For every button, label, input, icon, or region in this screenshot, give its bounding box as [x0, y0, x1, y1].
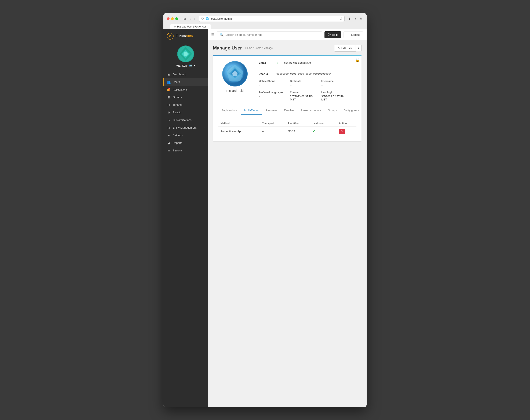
menu-icon[interactable]: ☰	[211, 33, 214, 37]
sidebar-item-label: Groups	[173, 96, 182, 99]
logout-icon: →	[347, 33, 350, 36]
logo-icon: ⊙	[167, 33, 174, 40]
sidebar-item-tenants[interactable]: ⊟ Tenants	[163, 101, 208, 109]
preferred-languages-field: Preferred languages –	[259, 91, 286, 101]
settings-icon: ≡	[167, 134, 171, 137]
lock-icon: 🔓	[355, 58, 360, 62]
sidebar: ⊙ FusionAuth Matt Keib �	[163, 29, 208, 407]
reports-icon: ◕	[167, 141, 171, 145]
sidebar-item-system[interactable]: ▭ System ‹	[163, 147, 208, 154]
sidebar-item-label: Applications	[173, 88, 188, 91]
sidebar-username: Matt Keib 🪪 ➤	[176, 64, 195, 67]
sidebar-item-label: Entity Management	[173, 126, 196, 129]
avatar	[177, 45, 194, 62]
edit-dropdown-button[interactable]: ▾	[356, 45, 362, 51]
entity-management-icon: ⊟	[167, 126, 171, 129]
refresh-icon[interactable]: ↺	[339, 17, 342, 21]
breadcrumb-users[interactable]: Users	[254, 46, 261, 49]
sidebar-item-label: Users	[173, 80, 180, 84]
sidebar-item-groups[interactable]: ⊞ Groups	[163, 94, 208, 101]
sidebar-item-applications[interactable]: 🎁 Applications	[163, 86, 208, 94]
page-title-section: Manage User Home / Users / Manage	[213, 45, 273, 51]
sidebar-item-label: Customizations	[173, 118, 191, 122]
page-content: Manage User Home / Users / Manage ✎ Edit	[208, 40, 367, 407]
tab-entity-grants[interactable]: Entity grants	[340, 106, 362, 115]
tabs-bar: Registrations Multi-Factor Passkeys Fami…	[213, 106, 362, 115]
sidebar-item-entity-management[interactable]: ⊟ Entity Management ‹	[163, 124, 208, 132]
tab-title: Manage User | FusionAuth	[177, 25, 207, 28]
system-icon: ▭	[167, 149, 171, 152]
cell-transport: –	[260, 126, 286, 136]
table-row: Authenticator App – S3C9 ✔ 🗑	[218, 126, 356, 136]
last-login-field: Last login 3/7/2023 02:37 PM MST	[321, 91, 348, 101]
user-info-right: Email ✔ richard@fusionauth.io User Id 00…	[259, 61, 348, 101]
search-input[interactable]	[225, 33, 319, 36]
back-button[interactable]: ‹	[189, 16, 191, 21]
last-used-checkmark: ✔	[313, 129, 315, 133]
logout-button[interactable]: → Logout	[343, 31, 363, 38]
user-profile-left: Richard Reid	[218, 61, 252, 101]
new-tab-button[interactable]: +	[353, 16, 357, 21]
delete-mfa-button[interactable]: 🗑	[339, 129, 345, 134]
tab-passkeys[interactable]: Passkeys	[262, 106, 281, 115]
sidebar-item-users[interactable]: 👥 Users	[163, 78, 208, 86]
address-bar: 🛡 🌐 local.fusionauth.io ↺	[199, 16, 345, 22]
groups-icon: ⊞	[167, 96, 171, 99]
share-button[interactable]: ⬆	[347, 16, 352, 21]
col-identifier: Identifier	[286, 120, 310, 127]
created-field: Created 3/7/2023 02:37 PM MST	[290, 91, 317, 101]
tab-groups[interactable]: Groups	[324, 106, 340, 115]
customizations-icon: ‹›	[167, 118, 171, 122]
forward-button[interactable]: ›	[193, 16, 196, 21]
sidebar-item-reactor[interactable]: ⚙ Reactor	[163, 109, 208, 116]
sidebar-nav: ⊞ Dashboard 👥 Users 🎁 Applications ⊞ Gro…	[163, 71, 208, 407]
tab-bar: ⚙ Manage User | FusionAuth	[167, 24, 363, 29]
sidebar-item-customizations[interactable]: ‹› Customizations ‹	[163, 116, 208, 124]
globe-icon: 🌐	[206, 17, 209, 20]
col-method: Method	[218, 120, 260, 127]
user-details-grid: Mobile Phone – Birthdate – Username –	[259, 80, 348, 101]
chevron-icon: ‹	[204, 126, 205, 129]
chevron-icon: ‹	[204, 134, 205, 137]
tab-registrations[interactable]: Registrations	[218, 106, 241, 115]
user-location-icon: ➤	[193, 64, 195, 67]
profile-avatar	[222, 61, 248, 86]
sidebar-item-dashboard[interactable]: ⊞ Dashboard	[163, 71, 208, 78]
tabs-button[interactable]: ⧉	[359, 16, 363, 21]
cell-identifier: S3C9	[286, 126, 310, 136]
sidebar-logo: ⊙ FusionAuth	[163, 29, 208, 43]
edit-btn-group: ✎ Edit user ▾	[334, 45, 362, 52]
svg-point-11	[232, 71, 237, 76]
breadcrumb-home[interactable]: Home	[245, 46, 252, 49]
logo-text: FusionAuth	[176, 34, 193, 38]
breadcrumb: Home / Users / Manage	[245, 46, 273, 49]
mfa-table-body: Authenticator App – S3C9 ✔ 🗑	[218, 126, 356, 136]
userid-value: 00000000-0000-0000-0000-000000000004	[276, 72, 331, 75]
tab-content: Method Transport Identifier Last used Ac…	[213, 115, 362, 141]
mobile-phone-field: Mobile Phone –	[259, 80, 286, 87]
user-card-body: Richard Reid Email ✔ richard@fusionauth.…	[213, 56, 353, 106]
sidebar-item-label: System	[173, 149, 182, 152]
browser-nav: ⊞ ‹ ›	[182, 16, 196, 21]
col-action: Action	[336, 120, 356, 127]
email-row: Email ✔ richard@fusionauth.io	[259, 61, 348, 68]
tab-multi-factor[interactable]: Multi-Factor	[241, 106, 262, 115]
help-button[interactable]: ⓪ Help	[324, 31, 341, 38]
tab-linked-accounts[interactable]: Linked accounts	[298, 106, 324, 115]
sidebar-item-reports[interactable]: ◕ Reports ‹	[163, 139, 208, 147]
userid-row: User Id 00000000-0000-0000-0000-00000000…	[259, 72, 348, 75]
active-tab[interactable]: ⚙ Manage User | FusionAuth	[170, 24, 211, 29]
sidebar-item-label: Tenants	[173, 103, 182, 106]
sidebar-item-settings[interactable]: ≡ Settings ‹	[163, 132, 208, 139]
sidebar-item-label: Dashboard	[173, 73, 186, 76]
help-circle-icon: ⓪	[328, 33, 331, 37]
edit-icon: ✎	[338, 46, 340, 50]
profile-name: Richard Reid	[226, 89, 244, 92]
chevron-icon: ‹	[204, 119, 205, 121]
sidebar-toggle-icon[interactable]: ⊞	[182, 16, 187, 21]
svg-point-4	[184, 52, 188, 56]
tabs-section: Registrations Multi-Factor Passkeys Fami…	[213, 106, 362, 141]
cell-last-used: ✔	[310, 126, 336, 136]
tab-families[interactable]: Families	[281, 106, 298, 115]
edit-user-button[interactable]: ✎ Edit user	[334, 45, 356, 52]
